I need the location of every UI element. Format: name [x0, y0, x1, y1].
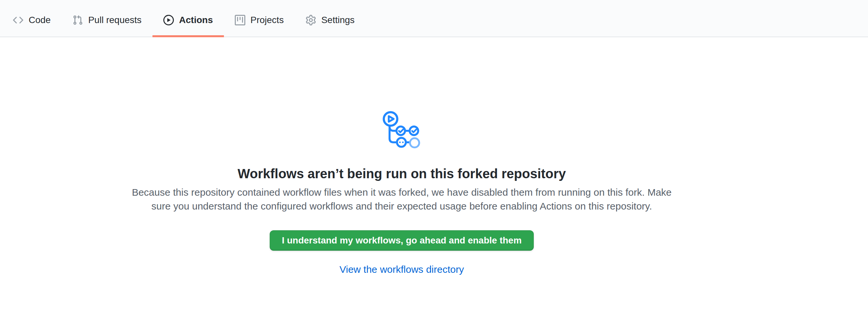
- enable-workflows-button[interactable]: I understand my workflows, go ahead and …: [270, 230, 534, 251]
- code-icon: [13, 15, 23, 25]
- description-line-2: sure you understand the configured workf…: [0, 199, 803, 213]
- tab-actions-label: Actions: [179, 15, 213, 25]
- page-title: Workflows aren’t being run on this forke…: [0, 166, 803, 182]
- active-tab-underline: [152, 35, 224, 37]
- git-pull-request-icon: [72, 15, 83, 25]
- blankslate-description: Because this repository contained workfl…: [0, 185, 803, 213]
- repo-tab-bar: Code Pull requests Actions Projects Sett…: [0, 0, 868, 37]
- actions-blankslate: Workflows aren’t being run on this forke…: [0, 111, 803, 275]
- tab-settings-label: Settings: [321, 15, 354, 25]
- description-line-1: Because this repository contained workfl…: [0, 185, 803, 199]
- tab-code-label: Code: [29, 15, 51, 25]
- view-workflows-directory-link[interactable]: View the workflows directory: [0, 264, 803, 275]
- tab-projects[interactable]: Projects: [224, 3, 295, 37]
- gear-icon: [306, 15, 316, 25]
- tab-settings[interactable]: Settings: [295, 3, 366, 37]
- tab-code[interactable]: Code: [2, 3, 62, 37]
- workflow-illustration-icon: [383, 111, 421, 149]
- play-icon: [163, 15, 174, 25]
- tab-pull-requests-label: Pull requests: [88, 15, 142, 25]
- project-icon: [235, 15, 245, 25]
- tab-actions[interactable]: Actions: [152, 3, 224, 37]
- tab-projects-label: Projects: [251, 15, 284, 25]
- tab-pull-requests[interactable]: Pull requests: [62, 3, 152, 37]
